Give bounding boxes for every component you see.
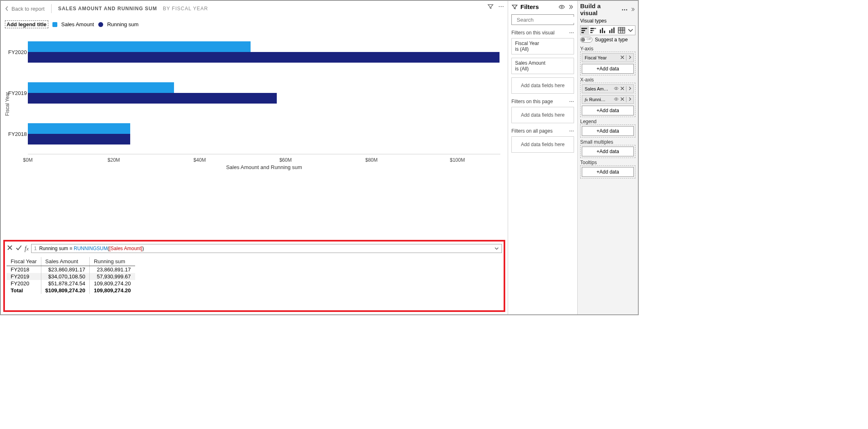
build-title: Build a visual bbox=[580, 2, 617, 16]
svg-rect-17 bbox=[609, 30, 610, 33]
field-well-small[interactable]: +Add data bbox=[580, 145, 635, 158]
bar[interactable] bbox=[28, 52, 500, 63]
category-label: FY2018 bbox=[8, 131, 27, 137]
add-data-button[interactable]: +Add data bbox=[582, 167, 634, 177]
fx-icon[interactable]: fx bbox=[25, 245, 29, 252]
more-icon[interactable]: ⋯ bbox=[569, 30, 574, 36]
legend-swatch-0 bbox=[52, 22, 57, 27]
filter-dropzone[interactable]: Add data fields here bbox=[511, 107, 574, 123]
table-header[interactable]: Running sum bbox=[90, 257, 135, 266]
visual-type-column[interactable] bbox=[599, 26, 607, 34]
filters-visual-label: Filters on this visual bbox=[511, 30, 554, 36]
filter-dropzone[interactable]: Add data fields here bbox=[511, 77, 574, 94]
x-tick: $80M bbox=[365, 157, 377, 163]
well-label-tooltips: Tooltips bbox=[580, 160, 635, 165]
collapse-icon[interactable] bbox=[567, 4, 574, 10]
visual-type-table[interactable] bbox=[617, 26, 626, 34]
chevron-right-icon[interactable] bbox=[628, 86, 633, 92]
filter-dropzone[interactable]: Add data fields here bbox=[511, 136, 574, 153]
filters-pane: Filters Filters on this visual⋯ Fiscal Y… bbox=[508, 1, 577, 314]
fx-icon: fx bbox=[585, 97, 588, 102]
eye-icon[interactable] bbox=[558, 4, 565, 10]
svg-rect-11 bbox=[592, 30, 594, 31]
well-label-xaxis: X-axis bbox=[580, 77, 635, 83]
formula-input[interactable]: 1 Running sum = RUNNINGSUM([Sales Amount… bbox=[31, 244, 502, 253]
bar[interactable] bbox=[28, 123, 130, 134]
filter-icon[interactable] bbox=[487, 3, 494, 11]
filters-search[interactable] bbox=[511, 14, 574, 25]
filters-search-input[interactable] bbox=[517, 17, 585, 23]
more-icon[interactable]: ⋯ bbox=[569, 99, 574, 104]
svg-rect-18 bbox=[611, 29, 613, 33]
more-icon[interactable]: ⋯ bbox=[569, 128, 574, 134]
x-tick: $40M bbox=[194, 157, 206, 163]
field-well-yaxis[interactable]: Fiscal Year+Add data bbox=[580, 52, 635, 75]
svg-rect-16 bbox=[604, 31, 605, 33]
add-data-button[interactable]: +Add data bbox=[582, 126, 634, 136]
remove-field-icon[interactable] bbox=[620, 55, 625, 61]
table-row[interactable]: FY2018$23,860,891.1723,860,891.17 bbox=[7, 266, 135, 273]
add-data-button[interactable]: +Add data bbox=[582, 64, 634, 74]
x-tick: $100M bbox=[450, 157, 465, 163]
svg-rect-7 bbox=[581, 32, 584, 33]
suggest-type-toggle[interactable]: Off bbox=[580, 37, 592, 43]
x-axis-label: Sales Amount and Running sum bbox=[28, 164, 500, 170]
field-well-legend[interactable]: +Add data bbox=[580, 124, 635, 138]
svg-rect-19 bbox=[613, 27, 615, 33]
table-row[interactable]: FY2020$51,878,274.54109,809,274.20 bbox=[7, 280, 135, 287]
formula-table-panel: fx 1 Running sum = RUNNINGSUM([Sales Amo… bbox=[3, 240, 505, 312]
filter-card[interactable]: Fiscal Year is (All) bbox=[511, 38, 574, 54]
filter-card[interactable]: Sales Amount is (All) bbox=[511, 58, 574, 74]
bar[interactable] bbox=[28, 41, 251, 52]
chevron-right-icon[interactable] bbox=[628, 55, 633, 61]
x-tick: $0M bbox=[23, 157, 32, 163]
svg-point-3 bbox=[561, 6, 562, 7]
more-icon[interactable] bbox=[498, 3, 504, 11]
formula-line-number: 1 bbox=[34, 246, 37, 251]
collapse-icon[interactable] bbox=[630, 7, 635, 12]
visual-type-more[interactable] bbox=[626, 26, 635, 34]
svg-rect-12 bbox=[590, 32, 592, 33]
table-header[interactable]: Fiscal Year bbox=[7, 257, 41, 266]
bar[interactable] bbox=[28, 93, 277, 104]
table-row[interactable]: FY2019$34,070,108.5057,930,999.67 bbox=[7, 273, 135, 280]
table-total-row: Total$109,809,274.20109,809,274.20 bbox=[7, 287, 135, 294]
back-to-report[interactable]: Back to report bbox=[5, 6, 45, 12]
add-data-button[interactable]: +Add data bbox=[582, 106, 634, 115]
chevron-right-icon[interactable] bbox=[628, 97, 633, 102]
legend-swatch-1 bbox=[98, 22, 103, 27]
remove-field-icon[interactable] bbox=[620, 97, 625, 102]
formula-commit-button[interactable] bbox=[16, 244, 22, 253]
field-pill[interactable]: Fiscal Year bbox=[582, 53, 634, 62]
field-well-xaxis[interactable]: Sales Am…fxRunni…+Add data bbox=[580, 83, 635, 117]
bar[interactable] bbox=[28, 134, 130, 145]
filters-title: Filters bbox=[520, 3, 539, 10]
svg-point-22 bbox=[616, 99, 617, 99]
field-pill[interactable]: Sales Am… bbox=[582, 84, 634, 93]
more-icon[interactable]: ⋯ bbox=[622, 6, 628, 13]
bar-chart: Fiscal Year FY2020FY2019FY2018$0M$20M$40… bbox=[5, 32, 504, 171]
data-table: Fiscal Year Sales Amount Running sum FY2… bbox=[7, 257, 135, 294]
bar[interactable] bbox=[28, 82, 174, 93]
remove-field-icon[interactable] bbox=[620, 86, 625, 92]
svg-point-1 bbox=[501, 6, 502, 7]
legend-title-placeholder[interactable]: Add legend title bbox=[5, 20, 48, 28]
visual-type-hbar-stacked[interactable] bbox=[590, 26, 598, 34]
formula-bar: fx 1 Running sum = RUNNINGSUM([Sales Amo… bbox=[7, 243, 502, 254]
filters-all-label: Filters on all pages bbox=[511, 128, 553, 134]
svg-point-2 bbox=[503, 6, 504, 7]
eye-icon[interactable] bbox=[614, 86, 619, 92]
add-data-button[interactable]: +Add data bbox=[582, 147, 634, 156]
field-pill[interactable]: fxRunni… bbox=[582, 95, 634, 104]
field-well-tooltips[interactable]: +Add data bbox=[580, 165, 635, 178]
table-header[interactable]: Sales Amount bbox=[41, 257, 90, 266]
x-tick: $60M bbox=[279, 157, 292, 163]
visual-type-column2[interactable] bbox=[608, 26, 617, 34]
formula-cancel-button[interactable] bbox=[7, 244, 13, 253]
visual-types-row bbox=[580, 25, 635, 35]
eye-icon[interactable] bbox=[614, 97, 619, 102]
divider bbox=[51, 4, 52, 13]
formula-expand-button[interactable] bbox=[494, 246, 499, 252]
visual-type-hbar[interactable] bbox=[581, 26, 589, 34]
build-visual-pane: Build a visual ⋯ Visual types Off Sugges… bbox=[577, 1, 638, 314]
